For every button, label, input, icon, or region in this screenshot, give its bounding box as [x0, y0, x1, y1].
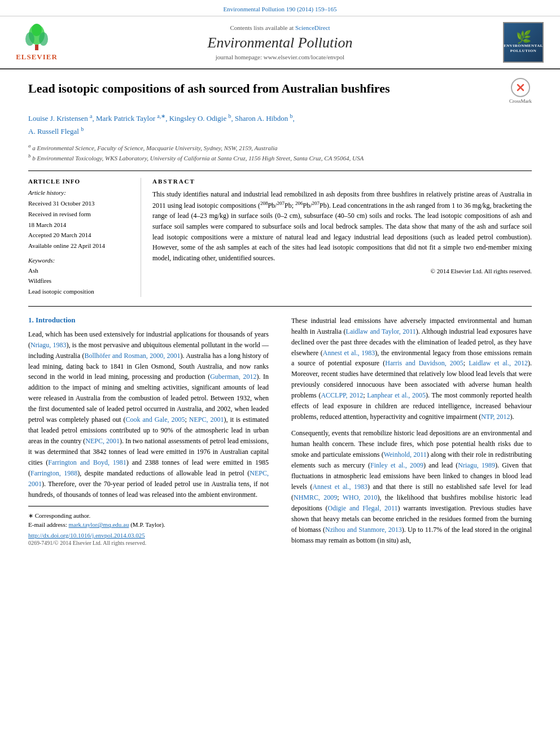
journal-homepage: journal homepage: www.elsevier.com/locat…: [68, 54, 492, 60]
article-info-label: ARTICLE INFO: [28, 178, 133, 185]
author-3: Kingsley O. Odigie: [169, 114, 226, 123]
received-revised-date: 18 March 2014: [28, 220, 133, 230]
ref-nepc2001a[interactable]: NEPC, 2001: [189, 416, 224, 423]
doi-link[interactable]: http://dx.doi.org/10.1016/j.envpol.2014.…: [28, 532, 145, 539]
ref-annest1983[interactable]: Annest et al., 1983: [323, 349, 375, 357]
article-history: Article history: Received 31 October 201…: [28, 189, 133, 251]
ref-bollhofer2000[interactable]: Bollhöfer and Rosman, 2000, 2001: [84, 352, 180, 360]
authors-line: Louise J. Kristensen a, Mark Patrick Tay…: [28, 112, 532, 138]
doi-line: http://dx.doi.org/10.1016/j.envpol.2014.…: [28, 532, 269, 539]
ref-nhmrc2009[interactable]: NHMRC, 2009: [294, 493, 337, 501]
crossmark-icon: [511, 78, 530, 97]
affil-sup-5b: b: [81, 126, 84, 132]
info-abstract-columns: ARTICLE INFO Article history: Received 3…: [28, 171, 532, 297]
sciencedirect-line: Contents lists available at ScienceDirec…: [68, 24, 492, 31]
article-title: Lead isotopic compositions of ash source…: [28, 81, 504, 97]
ref-annest1983b[interactable]: Annest et al., 1983: [312, 483, 368, 491]
email-name-note: (M.P. Taylor).: [130, 521, 165, 528]
ref-nriagu1983[interactable]: Nriagu, 1983: [30, 341, 67, 349]
sciencedirect-label: Contents lists available at: [230, 24, 294, 31]
intro-heading: 1. Introduction: [28, 316, 269, 325]
ep-logo-text: ENVIRONMENTALPOLLUTION: [504, 43, 543, 54]
abstract-label: ABSTRACT: [152, 178, 532, 185]
ref-nepc2001b[interactable]: NEPC, 2001: [85, 437, 120, 445]
ref-odigie2011[interactable]: Odigie and Flegal, 2011: [328, 504, 398, 512]
ref-nzihou2013[interactable]: Nzihou and Stanmore, 2013: [325, 526, 402, 534]
ref-acclpp2012[interactable]: ACCLPP, 2012: [321, 391, 363, 399]
footnote-section: ∗ Corresponding author. E-mail address: …: [28, 506, 269, 546]
keywords-label: Keywords:: [28, 257, 133, 264]
accepted-date: Accepted 20 March 2014: [28, 230, 133, 241]
author-2: Mark Patrick Taylor: [96, 114, 155, 123]
copyright-line: © 2014 Elsevier Ltd. All rights reserved…: [152, 268, 532, 274]
ref-nriagu1989[interactable]: Nriagu, 1989: [458, 461, 495, 469]
corresponding-author-note: ∗ Corresponding author.: [28, 511, 269, 521]
keyword-ash: Ash: [28, 265, 133, 276]
ref-harris2005[interactable]: Harris and Davidson, 2005: [385, 359, 463, 367]
ref-weinhold2011[interactable]: Weinhold, 2011: [384, 451, 427, 458]
email-label: E-mail address:: [28, 521, 67, 528]
ep-logo-box: 🌿 ENVIRONMENTALPOLLUTION: [503, 22, 544, 63]
affil-sup-1a: a: [90, 113, 92, 119]
issn-line: 0269-7491/© 2014 Elsevier Ltd. All right…: [28, 540, 269, 546]
crossmark-svg: [514, 81, 527, 94]
received-date: Received 31 October 2013: [28, 198, 133, 209]
keywords-section: Keywords: Ash Wildfires Lead isotopic co…: [28, 257, 133, 297]
article-body: 1. Introduction Lead, which has been use…: [28, 306, 532, 552]
author-5: A. Russell Flegal: [28, 127, 79, 136]
keyword-wildfires: Wildfires: [28, 276, 133, 286]
ep-tree-icon: 🌿: [516, 31, 531, 43]
journal-center: Contents lists available at ScienceDirec…: [62, 24, 498, 60]
ref-farrington1981[interactable]: Farrington and Boyd, 1981: [48, 458, 126, 466]
journal-reference: Environmental Pollution 190 (2014) 159–1…: [223, 6, 336, 12]
available-date: Available online 22 April 2014: [28, 241, 133, 251]
ref-guberman2012[interactable]: Guberman, 2012: [210, 373, 256, 381]
ref-farrington1988[interactable]: Farrington, 1988: [30, 469, 77, 477]
page-wrapper: Environmental Pollution 190 (2014) 159–1…: [0, 0, 560, 563]
author-1: Louise J. Kristensen: [28, 114, 88, 123]
body-left-column: 1. Introduction Lead, which has been use…: [28, 316, 274, 552]
elsevier-tree-icon: [20, 23, 54, 51]
elsevier-brand-text: ELSEVIER: [16, 53, 58, 62]
crossmark-badge: CrossMark: [509, 78, 532, 104]
affil-sup-2a: a,∗: [157, 113, 165, 119]
article-info-column: ARTICLE INFO Article history: Received 3…: [28, 178, 141, 297]
right-paragraph-1: These industrial lead emissions have adv…: [291, 316, 532, 423]
top-bar: Environmental Pollution 190 (2014) 159–1…: [0, 0, 560, 16]
ref-who2010[interactable]: WHO, 2010: [343, 493, 378, 501]
affiliation-b: b b Environmental Toxicology, WKS Labora…: [28, 152, 532, 163]
ref-ntp2012[interactable]: NTP, 2012: [481, 413, 510, 421]
received-revised-label: Received in revised form: [28, 209, 133, 220]
affiliation-a: a a Environmental Science, Faculty of Sc…: [28, 142, 532, 152]
body-right-column: These industrial lead emissions have adv…: [286, 316, 532, 552]
abstract-text: This study identifies natural and indust…: [152, 189, 532, 263]
ref-finley2009[interactable]: Finley et al., 2009: [370, 461, 423, 469]
affiliations: a a Environmental Science, Faculty of Sc…: [28, 142, 532, 163]
author-4: Sharon A. Hibdon: [235, 114, 288, 123]
history-label: Article history:: [28, 189, 133, 196]
crossmark-label: CrossMark: [509, 98, 532, 104]
affil-sup-3b: b: [228, 113, 231, 119]
svg-point-4: [32, 24, 42, 36]
svg-rect-0: [35, 45, 38, 50]
abstract-column: ABSTRACT This study identifies natural a…: [152, 178, 532, 297]
email-link[interactable]: mark.taylor@mq.edu.au: [68, 521, 129, 528]
intro-paragraph-1: Lead, which has been used extensively fo…: [28, 329, 269, 500]
elsevier-logo: ELSEVIER: [11, 23, 62, 62]
ref-cook2005[interactable]: Cook and Gale, 2005: [126, 416, 185, 423]
journal-title: Environmental Pollution: [68, 34, 492, 51]
right-paragraph-2: Consequently, events that remobilize his…: [291, 428, 532, 545]
article-content: Lead isotopic compositions of ash source…: [0, 69, 560, 563]
journal-logo-right: 🌿 ENVIRONMENTALPOLLUTION: [498, 22, 549, 63]
ref-laidlaw2012[interactable]: Laidlaw et al., 2012: [469, 359, 528, 367]
ref-laidlaw2011[interactable]: Laidlaw and Taylor, 2011: [346, 327, 416, 335]
corresponding-label: ∗ Corresponding author.: [28, 512, 90, 519]
affil-sup-4b: b: [290, 113, 292, 119]
ref-lanphear2005[interactable]: Lanphear et al., 2005: [367, 391, 426, 399]
keyword-lead-isotopic: Lead isotopic composition: [28, 286, 133, 297]
title-row: Lead isotopic compositions of ash source…: [28, 81, 532, 105]
journal-header: ELSEVIER Contents lists available at Sci…: [0, 16, 560, 69]
sciencedirect-link[interactable]: ScienceDirect: [295, 24, 330, 31]
email-footnote: E-mail address: mark.taylor@mq.edu.au (M…: [28, 520, 269, 530]
